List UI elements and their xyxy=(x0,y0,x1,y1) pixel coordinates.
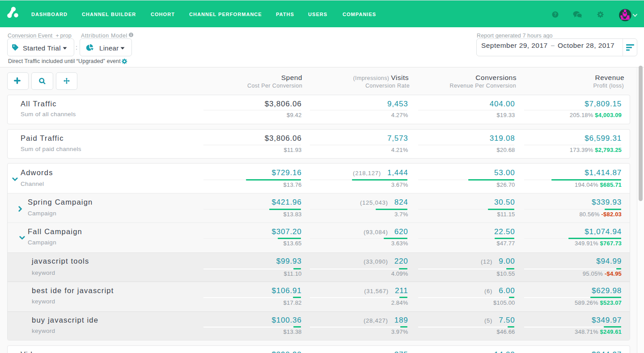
svg-text:?: ? xyxy=(554,12,556,17)
